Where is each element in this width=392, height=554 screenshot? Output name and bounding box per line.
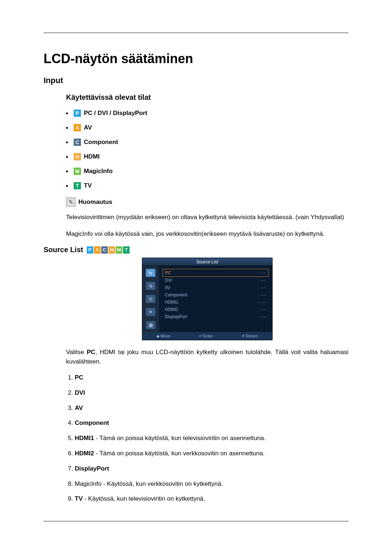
numbered-item-bold: DVI: [75, 389, 85, 396]
osd-row-name: HDMI2: [165, 307, 178, 312]
top-rule: [44, 33, 348, 33]
bullet-icon: [66, 185, 68, 187]
bullet-icon: [66, 127, 68, 129]
osd-row: AV: ----: [163, 284, 269, 291]
numbered-item-bold: Component: [75, 419, 109, 426]
osd-row-name: HDMI1: [165, 300, 178, 305]
osd-row-name: AV: [165, 285, 170, 290]
modes-list: PPC / DVI / DisplayPortAAVCComponentHHDM…: [66, 110, 348, 189]
osd-side-icon: ⇆: [146, 269, 155, 277]
mode-label: Component: [84, 139, 118, 146]
mode-letter-icon: P: [74, 110, 81, 117]
page-title: LCD-näytön säätäminen: [44, 51, 348, 66]
numbered-item: Component: [75, 419, 348, 427]
mode-letter-icon: C: [74, 139, 81, 146]
osd-row: HDMI1: ----: [163, 299, 269, 306]
numbered-item-bold: AV: [75, 405, 83, 411]
osd-row-value: : ----: [258, 285, 266, 290]
bullet-icon: [66, 112, 68, 114]
osd-main-list: PC: ----DVI: ----AV: ----Component: ----…: [159, 266, 272, 332]
modes-heading: Käytettävissä olevat tilat: [66, 93, 348, 102]
numbered-item: DisplayPort: [75, 464, 348, 473]
osd-row-value: : ----: [258, 270, 266, 275]
osd-side-icon: ✦: [146, 308, 155, 316]
osd-row: Component: ----: [163, 291, 269, 299]
osd-side-icon: ▦: [146, 321, 155, 329]
osd-row: PC: ----: [163, 269, 269, 277]
osd-row-name: DVI: [165, 278, 172, 283]
mode-letter-icon: H: [74, 153, 81, 160]
osd-body: ⇆⧉◎✦▦ PC: ----DVI: ----AV: ----Component…: [142, 266, 272, 332]
numbered-item: HDMI1 - Tämä on poissa käytöstä, kun tel…: [75, 434, 348, 443]
note-paragraph-2: MagicInfo voi olla käytössä vain, jos ve…: [66, 229, 348, 239]
mode-item: CComponent: [66, 139, 348, 146]
numbered-source-list: PCDVIAVComponentHDMI1 - Tämä on poissa k…: [75, 373, 348, 503]
mode-badge-strip: PACHMT: [87, 246, 130, 254]
numbered-item: MagicInfo - Käytössä, kun verkkosovitin …: [75, 480, 348, 488]
osd-row: DisplayPort: ----: [163, 313, 269, 320]
badge-letter-icon: A: [94, 246, 101, 254]
osd-row-name: PC: [165, 270, 171, 275]
osd-foot-hint: ⏎ Enter: [199, 334, 213, 338]
badge-letter-icon: T: [123, 246, 130, 254]
numbered-item-bold: PC: [75, 374, 83, 381]
note-icon: ✎: [66, 197, 75, 207]
mode-letter-icon: M: [74, 168, 81, 175]
sourcelist-label: Source List: [44, 246, 83, 254]
osd-screenshot: Source List ⇆⧉◎✦▦ PC: ----DVI: ----AV: -…: [66, 258, 348, 340]
sourcelist-paragraph: Valitse PC, HDMI tai joku muu LCD-näyttö…: [66, 348, 348, 366]
osd-row-name: Component: [165, 292, 187, 297]
bullet-icon: [66, 141, 68, 143]
osd-side-icon: ◎: [146, 295, 155, 303]
sourcelist-content: Source List ⇆⧉◎✦▦ PC: ----DVI: ----AV: -…: [66, 258, 348, 503]
numbered-item: DVI: [75, 389, 348, 397]
mode-item: TTV: [66, 182, 348, 189]
page: LCD-näytön säätäminen Input Käytettäviss…: [0, 0, 392, 554]
osd-row-value: : ----: [258, 278, 266, 283]
badge-letter-icon: M: [116, 246, 122, 254]
mode-item: HHDMI: [66, 153, 348, 160]
section-input-heading: Input: [44, 76, 348, 85]
osd-row-value: : ----: [258, 300, 266, 305]
osd-row: HDMI2: ----: [163, 306, 269, 313]
numbered-item-bold: HDMI2: [75, 450, 94, 457]
mode-letter-icon: A: [74, 124, 81, 131]
numbered-item: PC: [75, 373, 348, 382]
mode-item: PPC / DVI / DisplayPort: [66, 110, 348, 117]
mode-label: AV: [84, 124, 92, 131]
mode-item: MMagicInfo: [66, 168, 348, 175]
numbered-item-rest: - Käytössä, kun televisioviritin on kytk…: [83, 495, 205, 502]
osd-row-value: : ----: [258, 314, 266, 319]
bottom-rule: [44, 521, 348, 521]
numbered-item-rest: - Tämä on poissa käytöstä, kun verkkosov…: [94, 450, 265, 457]
badge-letter-icon: P: [87, 246, 93, 254]
osd-footer: ◆ Move⏎ Enter↺ Return: [142, 332, 272, 340]
badge-letter-icon: C: [101, 246, 108, 254]
note-paragraph-1: Televisiovirittimen (myydään erikseen) o…: [66, 213, 348, 222]
mode-label: TV: [84, 182, 92, 189]
content-block: PPC / DVI / DisplayPortAAVCComponentHHDM…: [66, 110, 348, 238]
osd-side-icon: ⧉: [146, 282, 155, 290]
mode-label: MagicInfo: [84, 168, 113, 175]
mode-label: HDMI: [84, 153, 99, 160]
numbered-item-bold: TV: [75, 495, 83, 502]
osd-row: DVI: ----: [163, 277, 269, 284]
numbered-item-bold: DisplayPort: [75, 465, 109, 472]
note-label: Huomautus: [78, 198, 113, 206]
osd-panel: Source List ⇆⧉◎✦▦ PC: ----DVI: ----AV: -…: [142, 258, 273, 340]
numbered-item: AV: [75, 404, 348, 413]
numbered-item-bold: HDMI1: [75, 435, 94, 442]
mode-letter-icon: T: [74, 182, 81, 189]
osd-row-value: : ----: [258, 307, 266, 312]
numbered-item: HDMI2 - Tämä on poissa käytöstä, kun ver…: [75, 449, 348, 458]
osd-title: Source List: [142, 258, 272, 266]
badge-letter-icon: H: [109, 246, 115, 254]
osd-row-name: DisplayPort: [165, 314, 187, 319]
mode-item: AAV: [66, 124, 348, 131]
mode-label: PC / DVI / DisplayPort: [84, 110, 147, 117]
osd-foot-hint: ◆ Move: [156, 334, 170, 338]
osd-row-value: : ----: [258, 292, 266, 297]
bullet-icon: [66, 156, 68, 158]
numbered-item-rest: - Tämä on poissa käytöstä, kun televisio…: [94, 435, 266, 442]
sourcelist-heading: Source List PACHMT: [44, 246, 348, 254]
